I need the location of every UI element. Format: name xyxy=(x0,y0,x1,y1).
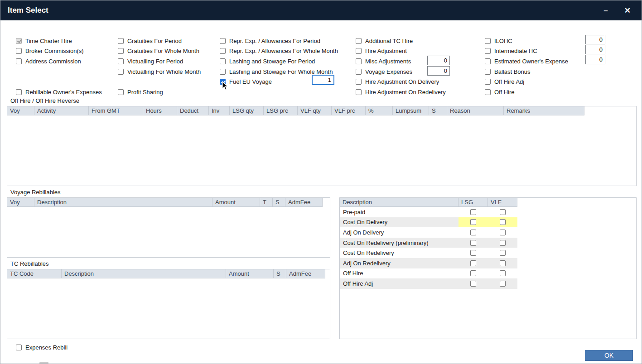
cost-panel-header: Description LSG VLF xyxy=(340,198,636,207)
voyage-expenses-input[interactable] xyxy=(427,66,450,76)
checkbox-broker-commissions[interactable]: Broker Commission(s) xyxy=(16,46,102,57)
checkbox-off-hire-adj[interactable]: Off Hire Adj xyxy=(485,77,568,87)
expenses-rebill-checkbox[interactable] xyxy=(16,345,22,350)
off-hire-vlf-checkbox[interactable] xyxy=(500,270,506,276)
off-hire-checkbox[interactable] xyxy=(485,89,491,95)
checkbox-estimated-owners-expense[interactable]: Estimated Owner's Expense xyxy=(485,56,568,67)
checkbox-gratuities-for-period[interactable]: Gratuities For Period xyxy=(118,36,201,46)
additional-tc-hire-checkbox[interactable] xyxy=(356,38,362,44)
estimated-owners-expense-input[interactable] xyxy=(585,55,605,64)
spacer xyxy=(16,67,102,77)
hire-adjustment-checkbox[interactable] xyxy=(356,48,362,54)
misc-adjustments-checkbox[interactable] xyxy=(356,58,362,64)
checkbox-rebillable-owners-expenses[interactable]: Rebillable Owner's Expenses xyxy=(16,87,102,97)
cost-on-redelivery-vlf-checkbox[interactable] xyxy=(500,250,506,256)
checkbox-column-5: ILOHC Intermediate HC Estimated Owner's … xyxy=(485,36,568,97)
checkbox-hire-adjustment-on-delivery[interactable]: Hire Adjustment On Delivery xyxy=(356,77,446,87)
cost-on-delivery-vlf-checkbox[interactable] xyxy=(500,219,506,225)
profit-sharing-checkbox[interactable] xyxy=(118,89,124,95)
minimize-icon[interactable]: – xyxy=(603,7,608,14)
intermediate-hc-checkbox[interactable] xyxy=(485,48,491,54)
repr-exp-allowances-for-whole-month-checkbox[interactable] xyxy=(220,48,226,54)
checkbox-ballast-bonus[interactable]: Ballast Bonus xyxy=(485,67,568,77)
cost-row-label: Cost On Redelivery (preliminary) xyxy=(340,239,459,246)
checkbox-additional-tc-hire[interactable]: Additional TC Hire xyxy=(356,36,446,46)
time-charter-hire-checkbox[interactable] xyxy=(16,38,22,44)
hire-adjustment-on-delivery-checkbox[interactable] xyxy=(356,79,362,85)
column-header-vlf: VLF xyxy=(488,198,517,207)
intermediate-hc-input[interactable] xyxy=(585,45,605,54)
checkbox-intermediate-hc[interactable]: Intermediate HC xyxy=(485,46,568,57)
checkbox-victualling-for-whole-month[interactable]: Victualling For Whole Month xyxy=(118,67,201,77)
gratuities-for-whole-month-checkbox[interactable] xyxy=(118,48,124,54)
off-hire-adj-checkbox[interactable] xyxy=(485,79,491,85)
checkbox-hire-adjustment[interactable]: Hire Adjustment xyxy=(356,46,446,57)
lashing-and-stowage-for-period-label: Lashing and Stowage For Period xyxy=(229,58,315,65)
gratuities-for-period-checkbox[interactable] xyxy=(118,38,124,44)
checkbox-address-commission[interactable]: Address Commission xyxy=(16,56,102,67)
estimated-owners-expense-checkbox[interactable] xyxy=(485,58,491,64)
off-hire-adj-label: Off Hire Adj xyxy=(494,78,524,85)
cost-on-redelivery-preliminary-vlf-checkbox[interactable] xyxy=(500,240,506,246)
checkbox-ilohc[interactable]: ILOHC xyxy=(485,36,568,46)
fuel-eu-voyage-checkbox[interactable] xyxy=(220,79,226,85)
hire-adjustment-on-redelivery-label: Hire Adjustment On Redelivery xyxy=(365,89,446,96)
adj-on-delivery-vlf-checkbox[interactable] xyxy=(500,230,506,235)
gratuities-for-period-label: Gratuities For Period xyxy=(127,38,182,44)
cost-on-delivery-lsg-checkbox[interactable] xyxy=(470,219,476,225)
column-header-percent: % xyxy=(366,106,393,115)
off-hire-lsg-checkbox[interactable] xyxy=(470,270,476,276)
lashing-and-stowage-for-period-checkbox[interactable] xyxy=(220,58,226,64)
scrollbar-thumb[interactable] xyxy=(39,362,48,364)
pre-paid-vlf-checkbox[interactable] xyxy=(500,209,506,215)
off-hire-table: Voy Activity From GMT Hours Deduct Inv L… xyxy=(7,106,637,186)
fuel-eu-voyage-input[interactable] xyxy=(312,75,334,85)
cost-on-redelivery-preliminary-lsg-checkbox[interactable] xyxy=(470,240,476,246)
broker-commissions-checkbox[interactable] xyxy=(16,48,22,54)
checkbox-off-hire[interactable]: Off Hire xyxy=(485,87,568,97)
checkbox-time-charter-hire[interactable]: Time Charter Hire xyxy=(16,36,102,46)
checkbox-hire-adjustment-on-redelivery[interactable]: Hire Adjustment On Redelivery xyxy=(356,87,446,97)
column-header-vlf-prc: VLF prc xyxy=(332,106,366,115)
spacer xyxy=(118,77,201,87)
checkbox-repr-exp-allowances-for-whole-month[interactable]: Repr. Exp. / Allowances For Whole Month xyxy=(220,46,338,57)
adj-on-redelivery-vlf-checkbox[interactable] xyxy=(500,260,506,266)
victualling-for-whole-month-checkbox[interactable] xyxy=(118,69,124,75)
lashing-and-stowage-for-whole-month-checkbox[interactable] xyxy=(220,69,226,75)
victualling-for-period-checkbox[interactable] xyxy=(118,58,124,64)
close-icon[interactable]: ✕ xyxy=(624,7,631,14)
repr-exp-allowances-for-period-checkbox[interactable] xyxy=(220,38,226,44)
ilohc-checkbox[interactable] xyxy=(485,38,491,44)
cost-row-off-hire-adj: Off Hire Adj xyxy=(340,278,517,289)
adj-on-delivery-lsg-checkbox[interactable] xyxy=(470,230,476,235)
voyage-expenses-checkbox[interactable] xyxy=(356,69,362,75)
rebillable-owners-expenses-label: Rebillable Owner's Expenses xyxy=(25,89,102,96)
lsg-cell xyxy=(459,278,488,289)
off-hire-adj-lsg-checkbox[interactable] xyxy=(470,281,476,287)
address-commission-checkbox[interactable] xyxy=(16,58,22,64)
checkbox-expenses-rebill[interactable]: Expenses Rebill xyxy=(16,342,68,353)
cost-row-label: Cost On Redelivery xyxy=(340,249,459,256)
hire-adjustment-on-delivery-label: Hire Adjustment On Delivery xyxy=(365,78,439,85)
rebillable-owners-expenses-checkbox[interactable] xyxy=(16,89,22,95)
ilohc-input[interactable] xyxy=(585,35,605,44)
hire-adjustment-on-redelivery-checkbox[interactable] xyxy=(356,89,362,95)
cost-on-redelivery-lsg-checkbox[interactable] xyxy=(470,250,476,256)
off-hire-adj-vlf-checkbox[interactable] xyxy=(500,281,506,287)
column-header-voy: Voy xyxy=(7,106,34,115)
checkbox-gratuities-for-whole-month[interactable]: Gratuities For Whole Month xyxy=(118,46,201,57)
cost-options-panel: Description LSG VLF Pre-paid Cost On Del… xyxy=(339,197,637,339)
checkbox-repr-exp-allowances-for-period[interactable]: Repr. Exp. / Allowances For Period xyxy=(220,36,338,46)
checkbox-profit-sharing[interactable]: Profit Sharing xyxy=(118,87,201,97)
adj-on-redelivery-lsg-checkbox[interactable] xyxy=(470,260,476,266)
address-commission-label: Address Commission xyxy=(25,58,81,65)
voyage-rebillables-header: Voy Description Amount T S AdmFee xyxy=(7,198,330,207)
checkbox-lashing-and-stowage-for-period[interactable]: Lashing and Stowage For Period xyxy=(220,56,338,67)
off-hire-section-label: Off Hire / Off Hire Reverse xyxy=(10,97,79,104)
ballast-bonus-checkbox[interactable] xyxy=(485,69,491,75)
ok-button[interactable]: OK xyxy=(585,350,633,361)
pre-paid-lsg-checkbox[interactable] xyxy=(470,209,476,215)
voyage-rebillables-table: Voy Description Amount T S AdmFee xyxy=(7,197,330,258)
misc-adjustments-input[interactable] xyxy=(427,56,450,65)
checkbox-victualling-for-period[interactable]: Victualling For Period xyxy=(118,56,201,67)
